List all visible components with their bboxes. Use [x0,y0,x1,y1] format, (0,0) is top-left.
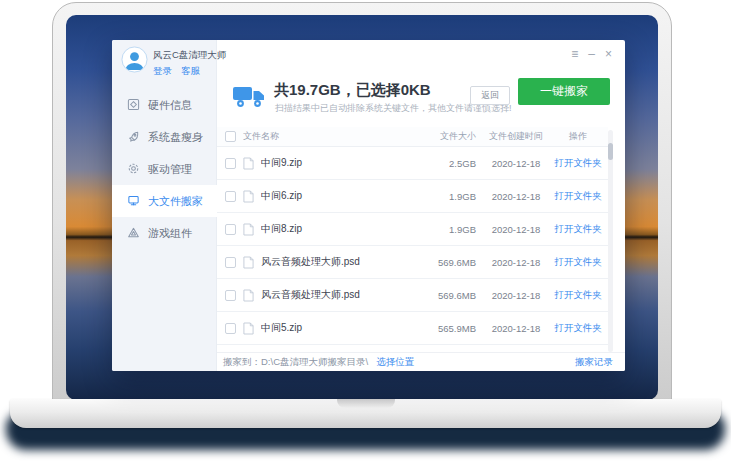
window-footer: 搬家到：D:\C盘清理大师搬家目录\ 选择位置 搬家记录 [217,352,625,371]
file-icon [243,190,254,203]
app-window: 风云C盘清理大师 登录客服 硬件信息 [112,40,625,371]
sidebar-item-label: 系统盘瘦身 [148,130,203,145]
app-title: 风云C盘清理大师 [153,49,226,62]
row-checkbox[interactable] [225,224,236,235]
destination-path: 搬家到：D:\C盘清理大师搬家目录\ [223,356,368,369]
close-icon[interactable]: × [605,47,612,61]
table-row: 中间8.zip 1.9GB 2020-12-18 打开文件夹 [217,213,608,246]
sidebar: 风云C盘清理大师 登录客服 硬件信息 [112,40,217,371]
file-size: 1.9GB [416,224,476,235]
file-icon [243,256,254,269]
file-date: 2020-12-18 [484,290,548,301]
row-checkbox[interactable] [225,158,236,169]
file-icon [243,289,254,302]
col-operation: 操作 [548,130,608,143]
sidebar-item-game-components[interactable]: 游戏组件 [112,217,217,249]
file-icon [243,223,254,236]
file-name: 风云音频处理大师.psd [261,255,416,269]
table-header: 文件名称 文件大小 文件创建时间 操作 [217,127,608,147]
one-click-move-button[interactable]: 一键搬家 [518,78,610,105]
table-row: 风云音频处理大师.psd 569.6MB 2020-12-18 打开文件夹 [217,279,608,312]
triangle-icon [127,226,140,241]
move-history-link[interactable]: 搬家记录 [575,356,613,369]
open-folder-link[interactable]: 打开文件夹 [548,190,608,203]
file-name: 中间6.zip [261,189,416,203]
file-name: 中间5.zip [261,321,416,335]
support-link[interactable]: 客服 [181,65,200,76]
select-all-checkbox[interactable] [225,131,236,142]
account-links: 登录客服 [153,65,209,78]
table-row: 风云音频处理大师.psd 569.6MB 2020-12-18 打开文件夹 [217,246,608,279]
col-file-name: 文件名称 [243,130,416,143]
monitor-icon [127,194,140,209]
file-date: 2020-12-18 [484,257,548,268]
row-checkbox[interactable] [225,323,236,334]
file-icon [243,322,254,335]
rocket-icon [127,130,140,145]
open-folder-link[interactable]: 打开文件夹 [548,157,608,170]
file-size: 565.9MB [416,323,476,334]
sidebar-item-label: 驱动管理 [148,162,192,177]
open-folder-link[interactable]: 打开文件夹 [548,223,608,236]
file-size: 1.9GB [416,191,476,202]
sidebar-item-big-file-move[interactable]: 大文件搬家 [112,185,217,217]
login-link[interactable]: 登录 [153,65,172,76]
table-row: 风云录音大师04.psd 569.6MB 2020-12-18 打开文件夹 [217,345,608,352]
open-folder-link[interactable]: 打开文件夹 [548,322,608,335]
file-name: 中间9.zip [261,156,416,170]
sidebar-item-label: 大文件搬家 [148,194,203,209]
laptop-base [10,399,721,428]
col-file-date: 文件创建时间 [484,130,548,143]
gear-icon [127,162,140,177]
file-date: 2020-12-18 [484,191,548,202]
file-date: 2020-12-18 [484,323,548,334]
scrollbar-thumb[interactable] [608,143,613,160]
summary-title: 共19.7GB，已选择0KB [274,81,431,100]
sidebar-item-driver-manager[interactable]: 驱动管理 [112,153,217,185]
scrollbar-track[interactable] [608,130,613,352]
table-row: 中间5.zip 565.9MB 2020-12-18 打开文件夹 [217,312,608,345]
file-date: 2020-12-18 [484,224,548,235]
file-size: 569.6MB [416,257,476,268]
minimize-icon[interactable]: – [588,47,595,61]
choose-location-link[interactable]: 选择位置 [376,356,414,369]
table-row: 中间6.zip 1.9GB 2020-12-18 打开文件夹 [217,180,608,213]
hardware-icon [127,98,140,113]
open-folder-link[interactable]: 打开文件夹 [548,289,608,302]
sidebar-item-label: 游戏组件 [148,226,192,241]
menu-icon[interactable]: ≡ [571,47,578,61]
open-folder-link[interactable]: 打开文件夹 [548,256,608,269]
user-avatar-icon[interactable] [121,46,148,73]
file-table: 中间9.zip 2.5GB 2020-12-18 打开文件夹 中间6.zip 1… [217,147,608,352]
window-controls: ≡ – × [571,47,612,61]
file-size: 2.5GB [416,158,476,169]
page: 风云C盘清理大师 登录客服 硬件信息 [0,0,731,467]
sidebar-item-system-slim[interactable]: 系统盘瘦身 [112,121,217,153]
sidebar-item-label: 硬件信息 [148,98,192,113]
laptop-notch [337,399,395,408]
sidebar-nav: 硬件信息 系统盘瘦身 [112,89,217,249]
row-checkbox[interactable] [225,290,236,301]
file-name: 中间8.zip [261,222,416,236]
row-checkbox[interactable] [225,257,236,268]
table-row: 中间9.zip 2.5GB 2020-12-18 打开文件夹 [217,147,608,180]
file-size: 569.6MB [416,290,476,301]
row-checkbox[interactable] [225,191,236,202]
back-button[interactable]: 返回 [470,86,510,105]
col-file-size: 文件大小 [416,130,476,143]
sidebar-item-hardware-info[interactable]: 硬件信息 [112,89,217,121]
file-date: 2020-12-18 [484,158,548,169]
file-name: 风云音频处理大师.psd [261,288,416,302]
file-icon [243,157,254,170]
truck-icon [232,84,266,112]
